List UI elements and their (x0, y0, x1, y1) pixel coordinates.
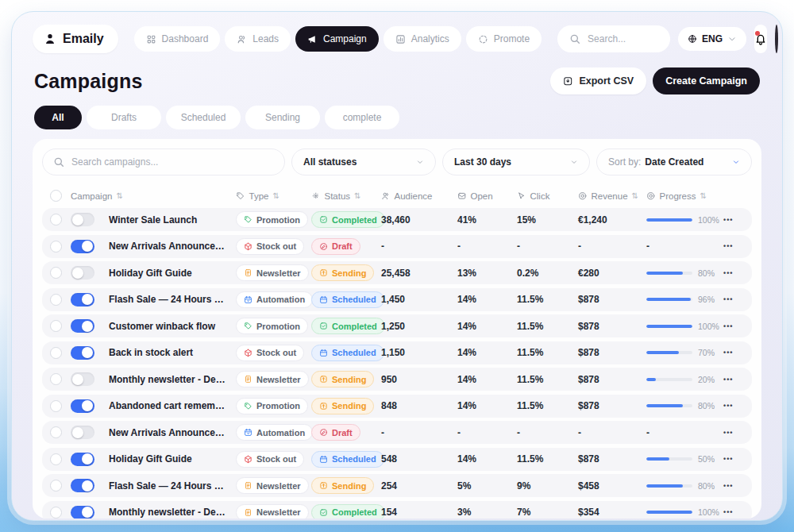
sort-icon[interactable]: ⇅ (354, 191, 360, 200)
select-all-checkbox[interactable] (50, 190, 62, 202)
tab-sending[interactable]: Sending (245, 106, 320, 129)
row-menu-button[interactable]: ••• (723, 269, 752, 277)
row-checkbox[interactable] (50, 507, 62, 519)
nav-item-leads[interactable]: Leads (225, 26, 291, 52)
app-window: Emaily DashboardLeadsCampaignAnalyticsPr… (11, 11, 783, 521)
date-range-select[interactable]: Last 30 days (442, 148, 590, 175)
open-rate: 14% (457, 374, 517, 385)
progress-fill (646, 218, 692, 222)
row-toggle[interactable] (71, 506, 94, 519)
column-header-open[interactable]: Open (457, 191, 517, 201)
sort-icon[interactable]: ⇅ (700, 191, 707, 200)
row-toggle[interactable] (71, 372, 94, 386)
sort-icon[interactable]: ⇅ (632, 191, 638, 200)
nav-item-campaign[interactable]: Campaign (295, 26, 379, 52)
campaign-search-input[interactable] (71, 156, 275, 168)
row-checkbox[interactable] (50, 400, 62, 412)
row-toggle[interactable] (71, 293, 94, 306)
row-menu-button[interactable]: ••• (723, 508, 752, 516)
user-avatar[interactable] (775, 25, 778, 53)
row-toggle[interactable] (71, 240, 94, 253)
row-checkbox[interactable] (50, 241, 62, 253)
tab-complete[interactable]: complete (325, 106, 399, 129)
row-checkbox[interactable] (50, 426, 62, 438)
sort-icon[interactable]: ⇅ (116, 191, 122, 200)
row-menu-button[interactable]: ••• (723, 242, 752, 250)
row-toggle[interactable] (71, 399, 94, 413)
row-checkbox[interactable] (50, 320, 62, 332)
status-filter-select[interactable]: All statuses (291, 148, 436, 175)
export-csv-button[interactable]: Export CSV (550, 67, 646, 94)
audience-value: 154 (381, 507, 457, 518)
global-search[interactable] (557, 25, 670, 52)
campaign-name: New Arrivals Announcement (109, 427, 236, 438)
campaign-search[interactable] (42, 148, 285, 175)
send-icon (319, 375, 328, 384)
type-badge: Stock out (236, 451, 304, 468)
row-checkbox[interactable] (50, 347, 62, 359)
progress-cell: 80% (646, 481, 723, 491)
row-menu-button[interactable]: ••• (723, 482, 752, 490)
row-toggle[interactable] (71, 266, 94, 279)
row-checkbox[interactable] (50, 267, 62, 279)
row-checkbox[interactable] (50, 373, 62, 385)
row-checkbox[interactable] (50, 294, 62, 306)
row-menu-button[interactable]: ••• (723, 216, 752, 224)
toggle-cell (71, 399, 109, 413)
row-checkbox[interactable] (50, 214, 62, 226)
global-search-input[interactable] (588, 33, 659, 44)
row-menu-button[interactable]: ••• (723, 376, 752, 384)
brand-logo[interactable]: Emaily (33, 25, 118, 53)
tag-icon (244, 322, 252, 330)
tab-drafts[interactable]: Drafts (87, 106, 161, 129)
globe-icon (688, 34, 697, 44)
row-toggle[interactable] (71, 479, 94, 492)
row-toggle[interactable] (71, 213, 94, 226)
notifications-button[interactable] (754, 25, 767, 53)
open-rate: 14% (457, 294, 517, 305)
column-header-progress[interactable]: Progress⇅ (646, 191, 723, 201)
progress-bar (646, 351, 692, 354)
row-menu-button[interactable]: ••• (723, 429, 752, 437)
language-selector[interactable]: ENG (678, 27, 746, 51)
row-toggle[interactable] (71, 319, 94, 333)
row-menu-button[interactable]: ••• (723, 349, 752, 357)
column-header-campaign[interactable]: Campaign⇅ (71, 191, 236, 201)
column-header-revenue[interactable]: Revenue⇅ (578, 191, 646, 201)
revenue-value: $878 (578, 453, 646, 465)
row-toggle[interactable] (71, 346, 94, 360)
row-menu-button[interactable]: ••• (723, 402, 752, 410)
chart-icon (395, 34, 406, 44)
progress-bar (646, 404, 692, 407)
column-header-status[interactable]: Status⇅ (311, 191, 381, 201)
sort-select[interactable]: Sort by: Date Created (596, 148, 752, 175)
row-menu-button[interactable]: ••• (723, 322, 752, 330)
status-cell: Completed (311, 318, 381, 334)
type-cell: Stock out (236, 238, 311, 255)
nav-item-analytics[interactable]: Analytics (384, 26, 461, 52)
row-toggle[interactable] (71, 453, 94, 466)
status-label: Scheduled (332, 348, 376, 357)
nav-item-promote[interactable]: Promote (466, 26, 542, 52)
column-header-type[interactable]: Type⇅ (236, 191, 311, 201)
sort-icon[interactable]: ⇅ (272, 191, 279, 200)
status-cell: Completed (311, 211, 381, 228)
tab-scheduled[interactable]: Scheduled (166, 106, 241, 129)
column-header-audience[interactable]: Audience (381, 191, 457, 201)
open-rate: 14% (457, 400, 517, 411)
nav-item-dashboard[interactable]: Dashboard (134, 26, 221, 52)
row-menu-button[interactable]: ••• (723, 295, 752, 303)
campaign-name: Holiday Gift Guide (109, 453, 236, 465)
campaign-name: Holiday Gift Guide (109, 268, 236, 279)
create-campaign-button[interactable]: Create Campaign (653, 67, 760, 94)
row-menu-button[interactable]: ••• (723, 455, 752, 463)
progress-label: 20% (698, 375, 715, 384)
progress-cell: 96% (646, 295, 723, 304)
column-header-click[interactable]: Click (517, 191, 578, 201)
row-checkbox[interactable] (50, 480, 62, 492)
chevron-down-icon (570, 158, 578, 166)
row-toggle[interactable] (71, 426, 94, 439)
row-checkbox[interactable] (50, 453, 62, 465)
revenue-value: €1,240 (578, 214, 646, 226)
tab-all[interactable]: All (34, 106, 82, 129)
